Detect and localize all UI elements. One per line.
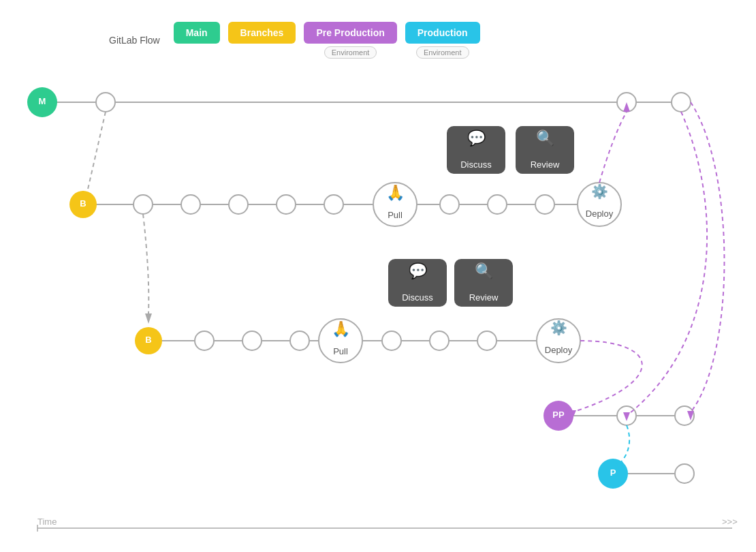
review1-card-label: Review — [531, 159, 560, 170]
main-circle-1 — [96, 93, 115, 112]
b1-c5 — [324, 195, 343, 214]
b1-c6 — [440, 195, 459, 214]
discuss1-emoji: 💬 — [467, 129, 486, 147]
main-node-label: M — [39, 96, 46, 106]
pull1-label: Pull — [388, 210, 403, 220]
b1-c4 — [277, 195, 296, 214]
review1-emoji: 🔍 — [536, 129, 555, 147]
arrow-pp-to-prod — [620, 425, 629, 463]
b2-c2 — [242, 331, 262, 350]
discuss2-emoji: 💬 — [409, 262, 428, 280]
flow-diagram: M B 🙏 Pull ⚙️ Deploy 💬 — [0, 0, 756, 552]
review2-emoji: 🔍 — [475, 262, 494, 280]
discuss2-card-label: Discuss — [402, 292, 433, 303]
deploy1-emoji: ⚙️ — [591, 183, 608, 200]
deploy2-label: Deploy — [545, 345, 573, 355]
arrow-deploy2-to-pp — [572, 341, 642, 412]
dashed-to-branch1 — [85, 112, 106, 201]
time-arrow: >>> — [722, 517, 738, 527]
pp-node-label: PP — [552, 410, 565, 420]
deploy1-label: Deploy — [586, 209, 614, 219]
prod-node-label: P — [610, 467, 616, 478]
main-circle-3 — [672, 93, 691, 112]
branch2-label: B — [145, 335, 151, 345]
arrow-main2-to-pp2 — [691, 102, 725, 412]
diagram-container: GitLab Flow Main Branches Pre Production… — [0, 0, 756, 552]
arrow-branch2 — [145, 313, 152, 324]
review2-card-label: Review — [469, 292, 499, 303]
dashed-to-branch2 — [143, 214, 148, 313]
b1-c7 — [488, 195, 507, 214]
pull2-label: Pull — [333, 346, 348, 356]
b1-c1 — [133, 195, 153, 214]
branch1-label: B — [80, 198, 86, 209]
b1-c8 — [535, 195, 554, 214]
b2-c4 — [382, 331, 401, 350]
time-label: Time — [37, 517, 57, 527]
arrow-main-to-pp — [627, 112, 707, 416]
b2-c3 — [290, 331, 309, 350]
b2-c6 — [477, 331, 497, 350]
pull2-emoji: 🙏 — [332, 320, 351, 338]
b2-c5 — [430, 331, 449, 350]
b1-c3 — [229, 195, 248, 214]
discuss1-card-label: Discuss — [460, 159, 492, 170]
b1-c2 — [181, 195, 200, 214]
prod-c1 — [675, 464, 694, 483]
deploy2-emoji: ⚙️ — [550, 320, 567, 336]
arrow-deploy1-to-main — [599, 112, 627, 183]
b2-c1 — [195, 331, 214, 350]
pull1-emoji: 🙏 — [386, 183, 405, 202]
